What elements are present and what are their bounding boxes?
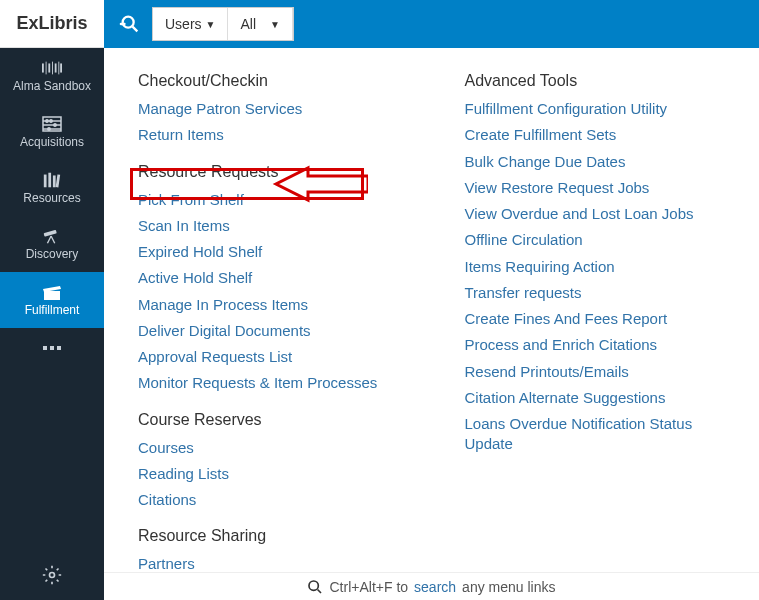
svg-rect-5 [55,63,57,72]
svg-rect-1 [42,63,44,72]
svg-rect-17 [48,173,51,188]
menu-link-bulk-change-due-dates[interactable]: Bulk Change Due Dates [465,149,732,175]
menu-link-deliver-digital-documents[interactable]: Deliver Digital Documents [138,318,405,344]
svg-rect-7 [60,63,62,72]
menu-link-fulfillment-configuration-utility[interactable]: Fulfillment Configuration Utility [465,96,732,122]
abacus-icon [42,115,62,133]
svg-rect-23 [44,291,60,300]
sidebar-settings[interactable] [0,550,104,600]
telescope-icon [42,227,62,245]
menu-left-column: Checkout/Checkin Manage Patron Services … [138,72,405,564]
search-filter-dropdown[interactable]: All ▼ [228,8,292,40]
menu-link-view-overdue-lost-loan-jobs[interactable]: View Overdue and Lost Loan Jobs [465,201,732,227]
menu-link-resend-printouts-emails[interactable]: Resend Printouts/Emails [465,359,732,385]
hint-text-post: any menu links [462,579,555,595]
sidebar-label: Resources [23,191,80,205]
svg-point-12 [46,120,48,122]
sidebar-item-acquisitions[interactable]: Acquisitions [0,104,104,160]
menu-link-expired-hold-shelf[interactable]: Expired Hold Shelf [138,239,405,265]
hint-search-link[interactable]: search [414,579,456,595]
menu-link-offline-circulation[interactable]: Offline Circulation [465,227,732,253]
section-header: Resource Requests [138,163,405,181]
brand-logo[interactable]: ExLibris [0,0,104,48]
svg-point-28 [309,581,318,590]
menu-link-items-requiring-action[interactable]: Items Requiring Action [465,254,732,280]
chevron-down-icon: ▼ [270,19,280,30]
menu-link-pick-from-shelf[interactable]: Pick From Shelf [138,187,405,213]
menu-link-loans-overdue-notification[interactable]: Loans Overdue Notification Status Update [465,411,732,458]
svg-rect-2 [46,62,47,75]
top-bar: ExLibris Users ▼ All ▼ [0,0,759,48]
menu-link-reading-lists[interactable]: Reading Lists [138,461,405,487]
svg-point-15 [48,128,50,130]
svg-line-21 [47,236,51,243]
sidebar-item-resources[interactable]: Resources [0,160,104,216]
menu-link-citations[interactable]: Citations [138,487,405,513]
search-icon [119,13,141,35]
sidebar-item-alma-sandbox[interactable]: Alma Sandbox [0,48,104,104]
hint-text-pre: Ctrl+Alt+F to [329,579,408,595]
menu-link-manage-in-process-items[interactable]: Manage In Process Items [138,292,405,318]
search-icon [307,579,323,595]
menu-link-scan-in-items[interactable]: Scan In Items [138,213,405,239]
persistent-search: Users ▼ All ▼ [108,0,294,48]
menu-link-process-enrich-citations[interactable]: Process and Enrich Citations [465,332,732,358]
sidebar-label: Discovery [26,247,79,261]
svg-rect-24 [43,346,47,350]
sidebar-label: Fulfillment [25,303,80,317]
fulfillment-menu-panel: Checkout/Checkin Manage Patron Services … [104,48,759,572]
section-header: Checkout/Checkin [138,72,405,90]
svg-rect-26 [57,346,61,350]
persistent-search-toggle[interactable] [108,0,152,48]
sidebar-item-discovery[interactable]: Discovery [0,216,104,272]
section-header: Course Reserves [138,411,405,429]
gear-icon [42,565,62,585]
svg-point-0 [123,17,134,28]
svg-point-27 [50,573,55,578]
menu-link-citation-alternate-suggestions[interactable]: Citation Alternate Suggestions [465,385,732,411]
brand-name: ExLibris [16,13,87,34]
menu-link-courses[interactable]: Courses [138,435,405,461]
sidebar-label: Acquisitions [20,135,84,149]
svg-rect-18 [53,175,56,187]
menu-link-create-fulfillment-sets[interactable]: Create Fulfillment Sets [465,122,732,148]
menu-search-hint: Ctrl+Alt+F to search any menu links [104,572,759,600]
books-icon [42,171,62,189]
barcode-icon [42,59,62,77]
svg-point-14 [54,124,56,126]
more-icon [42,339,62,357]
sidebar-item-more[interactable] [0,328,104,368]
search-scope-dropdown[interactable]: Users ▼ [153,8,228,40]
section-header: Advanced Tools [465,72,732,90]
menu-link-transfer-requests[interactable]: Transfer requests [465,280,732,306]
menu-link-view-restore-request-jobs[interactable]: View Restore Request Jobs [465,175,732,201]
svg-rect-25 [50,346,54,350]
svg-rect-16 [44,175,47,188]
svg-point-13 [50,120,52,122]
section-header: Resource Sharing [138,527,405,545]
menu-link-active-hold-shelf[interactable]: Active Hold Shelf [138,265,405,291]
svg-rect-3 [48,63,50,72]
search-scope-value: Users [165,16,202,32]
svg-rect-4 [52,62,53,75]
menu-link-approval-requests-list[interactable]: Approval Requests List [138,344,405,370]
menu-link-return-items[interactable]: Return Items [138,122,405,148]
search-filter-value: All [240,16,256,32]
svg-rect-6 [58,62,59,75]
menu-right-column: Advanced Tools Fulfillment Configuration… [465,72,732,564]
sidebar-label: Alma Sandbox [13,79,91,93]
svg-line-22 [51,236,55,243]
sidebar-item-fulfillment[interactable]: Fulfillment [0,272,104,328]
main-sidebar: Alma Sandbox Acquisitions Resources Disc… [0,48,104,600]
clapper-icon [42,283,62,301]
menu-link-manage-patron-services[interactable]: Manage Patron Services [138,96,405,122]
search-box: Users ▼ All ▼ [152,7,294,41]
menu-link-create-fines-fees-report[interactable]: Create Fines And Fees Report [465,306,732,332]
chevron-down-icon: ▼ [206,19,216,30]
svg-rect-20 [44,230,57,237]
svg-rect-19 [56,174,60,187]
menu-link-partners[interactable]: Partners [138,551,405,572]
menu-link-monitor-requests[interactable]: Monitor Requests & Item Processes [138,370,405,396]
